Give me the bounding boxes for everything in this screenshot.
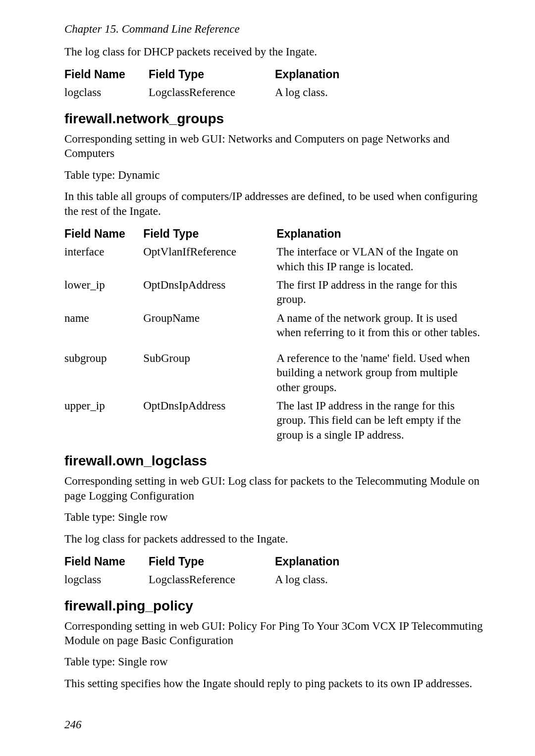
- intro-paragraph: The log class for DHCP packets received …: [64, 45, 483, 59]
- section2-p3: The log class for packets addressed to t…: [64, 532, 483, 546]
- section2-p2: Table type: Single row: [64, 510, 483, 524]
- table-header-row: Field Name Field Type Explanation: [64, 66, 374, 83]
- col-header-name: Field Name: [64, 553, 149, 570]
- cell-expl: The interface or VLAN of the Ingate on w…: [276, 243, 483, 276]
- cell-name: name: [64, 309, 143, 349]
- cell-name: interface: [64, 243, 143, 276]
- table-row: logclass LogclassReference A log class.: [64, 570, 374, 589]
- cell-type: OptDnsIpAddress: [143, 397, 276, 444]
- col-header-name: Field Name: [64, 225, 143, 243]
- intro-table: Field Name Field Type Explanation logcla…: [64, 66, 374, 101]
- cell-expl: The first IP address in the range for th…: [276, 276, 483, 309]
- table-row: interface OptVlanIfReference The interfa…: [64, 243, 483, 276]
- own-logclass-table: Field Name Field Type Explanation logcla…: [64, 553, 374, 589]
- section-heading-own-logclass: firewall.own_logclass: [64, 453, 483, 469]
- section1-p2: Table type: Dynamic: [64, 168, 483, 182]
- table-header-row: Field Name Field Type Explanation: [64, 225, 483, 243]
- col-header-name: Field Name: [64, 66, 149, 83]
- table-row: name GroupName A name of the network gro…: [64, 309, 483, 349]
- cell-expl: The last IP address in the range for thi…: [276, 397, 483, 444]
- col-header-expl: Explanation: [275, 553, 374, 570]
- cell-expl: A name of the network group. It is used …: [276, 309, 483, 349]
- table-row: upper_ip OptDnsIpAddress The last IP add…: [64, 397, 483, 444]
- cell-name: subgroup: [64, 349, 143, 397]
- page: Chapter 15. Command Line Reference The l…: [0, 0, 535, 756]
- cell-expl: A reference to the 'name' field. Used wh…: [276, 349, 483, 397]
- cell-expl: A log class.: [275, 83, 374, 101]
- section3-p2: Table type: Single row: [64, 655, 483, 669]
- col-header-type: Field Type: [149, 66, 275, 83]
- section1-p3: In this table all groups of computers/IP…: [64, 189, 483, 218]
- cell-name: upper_ip: [64, 397, 143, 444]
- cell-type: LogclassReference: [149, 570, 275, 589]
- cell-name: logclass: [64, 83, 149, 101]
- cell-type: LogclassReference: [149, 83, 275, 101]
- section-heading-ping-policy: firewall.ping_policy: [64, 598, 483, 614]
- col-header-expl: Explanation: [276, 225, 483, 243]
- cell-type: GroupName: [143, 309, 276, 349]
- table-row: subgroup SubGroup A reference to the 'na…: [64, 349, 483, 397]
- section-heading-network-groups: firewall.network_groups: [64, 111, 483, 127]
- cell-name: logclass: [64, 570, 149, 589]
- table-row: logclass LogclassReference A log class.: [64, 83, 374, 101]
- section3-p3: This setting specifies how the Ingate sh…: [64, 676, 483, 691]
- table-header-row: Field Name Field Type Explanation: [64, 553, 374, 570]
- table-row: lower_ip OptDnsIpAddress The first IP ad…: [64, 276, 483, 309]
- col-header-type: Field Type: [143, 225, 276, 243]
- section3-p1: Corresponding setting in web GUI: Policy…: [64, 619, 483, 648]
- cell-expl: A log class.: [275, 570, 374, 589]
- col-header-expl: Explanation: [275, 66, 374, 83]
- section1-p1: Corresponding setting in web GUI: Networ…: [64, 132, 483, 161]
- section2-p1: Corresponding setting in web GUI: Log cl…: [64, 474, 483, 503]
- cell-type: SubGroup: [143, 349, 276, 397]
- cell-type: OptVlanIfReference: [143, 243, 276, 276]
- network-groups-table: Field Name Field Type Explanation interf…: [64, 225, 483, 444]
- cell-type: OptDnsIpAddress: [143, 276, 276, 309]
- page-number: 246: [64, 718, 82, 731]
- chapter-header: Chapter 15. Command Line Reference: [64, 23, 483, 36]
- cell-name: lower_ip: [64, 276, 143, 309]
- col-header-type: Field Type: [149, 553, 275, 570]
